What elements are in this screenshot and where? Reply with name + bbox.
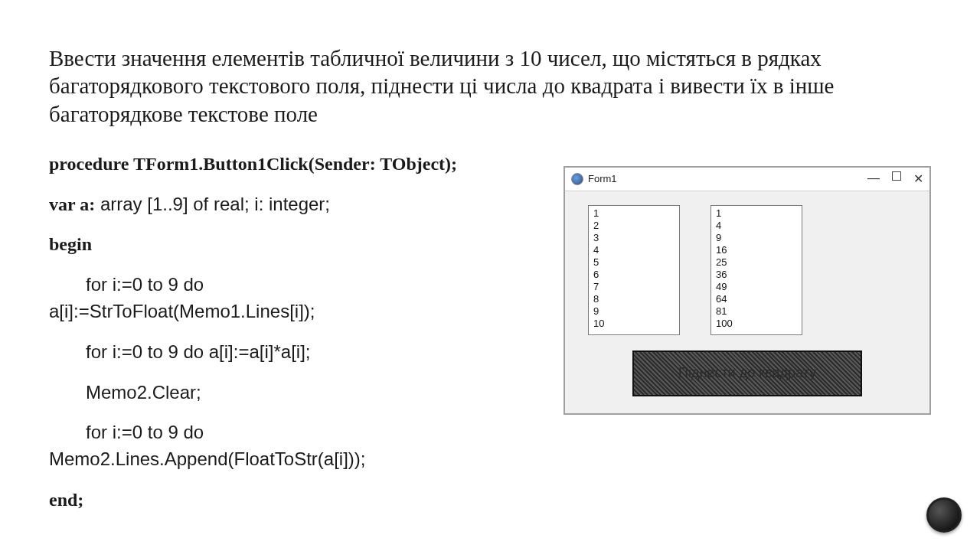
code-line: a[i]:=StrToFloat(Memo1.Lines[i]); bbox=[49, 301, 315, 321]
app-icon bbox=[571, 173, 583, 185]
window-title: Form1 bbox=[588, 173, 617, 184]
code-line: for i:=0 to 9 do bbox=[49, 272, 204, 298]
titlebar: Form1 — ✕ bbox=[565, 168, 929, 191]
memo-output[interactable]: 149162536496481100 bbox=[710, 205, 802, 335]
code-listing: procedure TForm1.Button1Click(Sender: TO… bbox=[49, 151, 541, 527]
round-corner-button[interactable] bbox=[926, 497, 962, 533]
maximize-button[interactable] bbox=[892, 171, 901, 181]
code-line: for i:=0 to 9 do bbox=[49, 419, 204, 446]
form-window: Form1 — ✕ 12345678910 149162536496481100… bbox=[564, 166, 931, 415]
code-line: Memo2.Clear; bbox=[49, 380, 201, 406]
code-line: begin bbox=[49, 234, 92, 254]
close-button[interactable]: ✕ bbox=[913, 171, 923, 186]
memo-input[interactable]: 12345678910 bbox=[588, 205, 680, 335]
slide-heading: Ввести значення елементів табличної вели… bbox=[49, 44, 931, 128]
code-line: Memo2.Lines.Append(FloatToStr(a[i])); bbox=[49, 448, 366, 469]
code-line: end; bbox=[49, 490, 83, 510]
code-line: array [1..9] of real; i: integer; bbox=[95, 194, 330, 214]
code-line: for i:=0 to 9 do a[i]:=a[i]*a[i]; bbox=[49, 339, 311, 366]
code-line: procedure TForm1.Button1Click(Sender: TO… bbox=[49, 154, 457, 174]
code-line: var a: bbox=[49, 194, 95, 214]
square-button-label: Піднести до квадрату bbox=[678, 366, 816, 381]
square-button[interactable]: Піднести до квадрату bbox=[632, 350, 862, 396]
minimize-button[interactable]: — bbox=[867, 171, 880, 186]
